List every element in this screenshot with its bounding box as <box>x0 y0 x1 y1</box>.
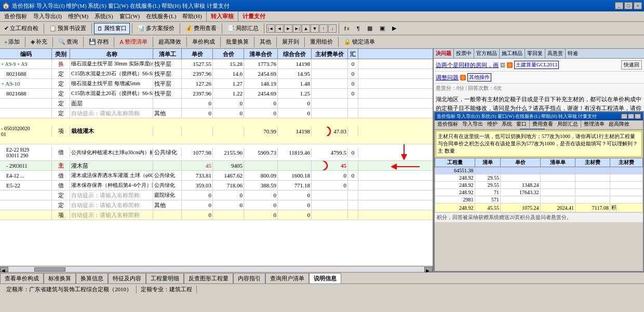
sub-tb-summary[interactable]: 局部汇总 <box>556 120 580 128</box>
sub-table-row[interactable]: 248.92 29.55 1348.24 <box>435 182 643 189</box>
nav-next[interactable]: ► <box>284 24 292 33</box>
toolbar-copy[interactable]: ▣ <box>377 23 388 34</box>
sub-tb-fee[interactable]: 费用查看 <box>531 120 555 128</box>
menu-maintain[interactable]: 维护(M) <box>65 12 91 21</box>
toolbar-lock[interactable]: 🔒 锁定清单 <box>341 36 378 48</box>
toolbar-calc1[interactable]: fx <box>341 23 353 34</box>
toolbar-batch[interactable]: 批量换算 <box>223 36 252 48</box>
nav-down2[interactable]: ↓ <box>328 24 337 33</box>
close-button[interactable]: × <box>634 2 642 9</box>
nav-up[interactable]: ▲ <box>302 24 310 33</box>
table-row[interactable]: E5-22 借 灌木保存保养（种植后第4~6个月）洒水车灌溉（土球φ60cm内）… <box>0 181 433 191</box>
nav-prev[interactable]: ◄ <box>275 24 284 33</box>
maximize-button[interactable]: □ <box>624 2 633 9</box>
menu-measure[interactable]: 计量支付 <box>239 12 269 21</box>
toolbar-reuse[interactable]: 重用组价 <box>307 36 336 48</box>
toolbar-add[interactable]: + 添加 <box>1 36 23 48</box>
tab-zeroreply[interactable]: 零回复 <box>525 49 545 58</box>
toolbar-other[interactable]: 其他 <box>257 36 274 48</box>
table-row[interactable]: E4-12 ... 借 灌木成活保养洒水车灌溉 土球（φ60cm内） 公共绿化 … <box>0 171 433 181</box>
sub-tb-expand[interactable]: 展开到 <box>486 129 504 130</box>
table-row[interactable]: + A9-10 定 细石混凝土找平层 每增减5mm 找平层 127.26 1.2… <box>0 79 433 89</box>
toolbar-budget-setting[interactable]: 📋 预算书设置 <box>46 23 89 34</box>
toolbar-supplement[interactable]: ◈ 补充 <box>28 36 50 48</box>
tab-quantity-detail[interactable]: 工程量明细 <box>146 273 184 283</box>
toolbar-project-check[interactable]: ✔ 立工程自检 <box>1 23 42 34</box>
menu-help[interactable]: 帮助(H) <box>179 12 205 21</box>
toolbar-table[interactable]: ▦ <box>364 23 375 34</box>
tab-highreward[interactable]: 高悬赏 <box>545 49 566 58</box>
tab-juewen[interactable]: 决问题 <box>434 49 454 58</box>
table-row[interactable]: 定 自动提示：请输入名称简称 其他 0 0 0 0 <box>0 108 433 118</box>
sub-table-row[interactable]: 248.92 71 17643.32 <box>435 189 643 196</box>
toolbar-multi-plan[interactable]: 📊 多方案报价 <box>135 23 178 34</box>
scroll-thumb[interactable] <box>34 267 65 272</box>
sub-menu-import[interactable]: 导入导出 <box>461 120 485 128</box>
nav-up2[interactable]: ↑ <box>319 24 328 33</box>
toolbar-save[interactable]: 💾 存档 <box>86 36 112 48</box>
table-row[interactable]: 项 自动提示：请输入名称简称 0 0 0 <box>0 210 433 220</box>
scroll-right-btn[interactable]: ► <box>424 267 433 272</box>
sub-tb-other[interactable]: 其他 <box>505 129 519 130</box>
menu-online[interactable]: 在线服务(L) <box>143 12 179 21</box>
question-1-title[interactable]: 边两个是同样的房间，画 <box>436 61 499 69</box>
sub-tb-organize[interactable]: 整理清单 <box>582 120 606 128</box>
nav-last[interactable]: ►| <box>293 24 301 33</box>
tab-features[interactable]: 特征及内容 <box>108 273 146 283</box>
tab-unitprice-view[interactable]: 查看单价构成 <box>0 273 44 283</box>
table-row-zai-zhi[interactable]: - 050102002001 项 栽植灌木 70.99 14198 47.03 <box>0 118 433 144</box>
tab-description[interactable]: 说明信息 <box>309 273 341 283</box>
nav-down[interactable]: ▼ <box>311 24 319 33</box>
sub-close[interactable]: × <box>635 114 641 119</box>
sub-tb-material-tab[interactable]: 主材替换 <box>520 129 545 130</box>
tab-user-list-query[interactable]: 查询用户清单 <box>265 273 309 283</box>
quick-reply-btn[interactable]: 快速回 <box>621 60 642 70</box>
nav-first[interactable]: |◄ <box>266 24 275 33</box>
sub-menu-system[interactable]: 系统 <box>500 120 514 128</box>
table-row[interactable]: E2-22 H2903011 290 借 公共绿化种植灌木(土球φ30cm内）标… <box>0 144 433 161</box>
toolbar-higheff[interactable]: 超高降效 <box>155 36 184 48</box>
horizontal-scrollbar[interactable]: ◄ ► <box>0 266 433 272</box>
minimize-button[interactable]: _ <box>615 2 623 9</box>
toolbar-organize[interactable]: A 整理清单 <box>116 36 150 48</box>
menu-import[interactable]: 导入导出(I) <box>30 12 65 21</box>
tab-construction[interactable]: 施工精品 <box>500 49 525 58</box>
sub-minimize[interactable]: _ <box>621 114 627 119</box>
toolbar-more[interactable]: ▶ <box>389 23 399 34</box>
toolbar-query[interactable]: 🔍 查询 <box>55 36 81 48</box>
menu-transfer[interactable]: 转入审核 <box>208 12 237 21</box>
sub-table-row[interactable]: 248.92 45.55 1075.24 2024.41 7117.08 积 <box>435 204 643 212</box>
toolbar-property-window[interactable]: 🗒 属性窗口 <box>94 23 130 34</box>
sub-tb-unitprice[interactable]: 单价构成 <box>436 129 460 130</box>
sub-maximize[interactable]: □ <box>628 114 634 119</box>
tab-official[interactable]: 官方精品 <box>474 49 500 58</box>
sub-menu-window[interactable]: 窗口 <box>515 120 528 128</box>
table-row[interactable]: 8021688 定 C15防水混凝土20石（搅拌机）S6-S8 找平层 2397… <box>0 69 433 79</box>
tab-reverse-query[interactable]: 反查图形工程量 <box>184 273 233 283</box>
tab-standard-replace[interactable]: 标准换算 <box>44 273 76 283</box>
toolbar-unitprice[interactable]: 单价构成 <box>189 36 218 48</box>
sub-menu-zaojia[interactable]: 造价指标 <box>436 120 460 128</box>
toolbar-expand[interactable]: 展开到 <box>279 36 302 48</box>
menu-system[interactable]: 系统(S) <box>91 12 116 21</box>
toolbar-local-summary[interactable]: 📑 局部汇总 <box>224 23 262 34</box>
question-2-title[interactable]: 调整问题 <box>436 74 459 82</box>
table-row[interactable]: 8021688 定 C15防水混凝土20石（搅拌机）S6-S8 找平层 2397… <box>0 89 433 99</box>
tab-replace-info[interactable]: 换算信息 <box>76 273 108 283</box>
menu-zaojia[interactable]: 造价指标 <box>1 12 30 21</box>
tab-toupiao[interactable]: 投票中 <box>454 49 474 58</box>
scroll-left-btn[interactable]: ◄ <box>0 267 8 272</box>
tab-special[interactable]: 特逾 <box>566 49 580 58</box>
table-row-guanmu[interactable]: - 2903011 主 灌木苗 45 9405 45 <box>0 161 433 171</box>
sub-table-row[interactable]: 64551.38 <box>435 167 643 174</box>
sub-table-row[interactable]: 248.92 29.55 <box>435 174 643 182</box>
sub-menu-maintain[interactable]: 维护 <box>486 120 499 128</box>
toolbar-fee-view[interactable]: 💰 费用查看 <box>182 23 220 34</box>
sub-tb-higheff[interactable]: 超高降效 <box>607 120 631 128</box>
toolbar-calc2[interactable]: ¶ <box>354 23 363 34</box>
sub-tb-batch[interactable]: 批量换算 <box>461 129 485 130</box>
table-row[interactable]: + A9-9 + A9 换 细石混凝土找平层 30mm 实际厚度(mm):60 … <box>0 59 433 69</box>
table-row[interactable]: 定 自动提示：请输入名称简称 庭院绿化 0 0 0 0 <box>0 191 433 200</box>
table-row[interactable]: 定 面层 0 0 0 0 <box>0 99 433 108</box>
tab-content-guide[interactable]: 内容指引 <box>233 273 265 283</box>
